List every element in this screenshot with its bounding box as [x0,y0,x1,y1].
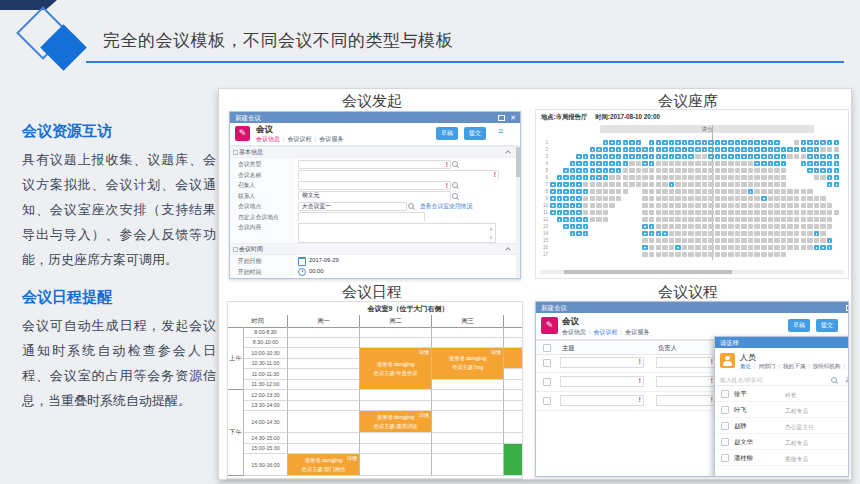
seat-empty[interactable] [754,182,760,187]
seat-empty[interactable] [794,224,800,229]
seat-occupied[interactable] [807,168,813,173]
seat-empty[interactable] [735,210,741,215]
search-icon[interactable] [408,203,414,209]
seat-empty[interactable] [748,196,754,201]
seat-empty[interactable] [642,175,648,180]
seat-empty[interactable] [682,238,688,243]
scrollbar-thumb[interactable] [564,270,731,274]
schedule-cell[interactable] [504,433,523,444]
seat-occupied[interactable] [590,175,596,180]
seat-empty[interactable] [715,175,721,180]
picker-tab-2[interactable]: 我的下属 [783,363,805,369]
seat-occupied[interactable] [820,245,826,250]
seat-occupied[interactable] [603,154,609,159]
seat-empty[interactable] [590,189,596,194]
seat-occupied[interactable] [748,140,754,145]
seat-occupied[interactable] [834,168,840,173]
seat-empty[interactable] [820,238,826,243]
seat-empty[interactable] [820,203,826,208]
seat-occupied[interactable] [682,140,688,145]
seat-empty[interactable] [656,224,662,229]
schedule-cell[interactable] [504,401,523,412]
seat-occupied[interactable] [662,147,668,152]
seat-empty[interactable] [649,196,655,201]
seat-occupied[interactable] [642,154,648,159]
seat-empty[interactable] [669,210,675,215]
seat-empty[interactable] [715,217,721,222]
seat-occupied[interactable] [721,147,727,152]
scrollbar-thumb[interactable] [516,147,520,177]
seat-empty[interactable] [774,245,780,250]
seat-occupied[interactable] [761,140,767,145]
seat-occupied[interactable] [768,154,774,159]
seat-occupied[interactable] [563,182,569,187]
seat-empty[interactable] [715,245,721,250]
seat-empty[interactable] [827,147,833,152]
seat-empty[interactable] [781,252,787,257]
seat-occupied[interactable] [735,154,741,159]
seat-occupied[interactable] [662,231,668,236]
seat-empty[interactable] [649,245,655,250]
seat-occupied[interactable] [563,168,569,173]
seat-occupied[interactable] [768,161,774,166]
seat-empty[interactable] [781,175,787,180]
seat-empty[interactable] [807,203,813,208]
seat-occupied[interactable] [563,189,569,194]
seat-occupied[interactable] [834,140,840,145]
seat-empty[interactable] [682,231,688,236]
seat-empty[interactable] [801,210,807,215]
seat-occupied[interactable] [682,154,688,159]
seat-empty[interactable] [827,203,833,208]
seat-empty[interactable] [642,189,648,194]
seat-empty[interactable] [688,168,694,173]
seat-occupied[interactable] [563,175,569,180]
schedule-cell[interactable] [288,327,360,338]
seat-empty[interactable] [814,203,820,208]
seat-occupied[interactable] [820,140,826,145]
seat-empty[interactable] [801,196,807,201]
search-input[interactable]: 输入姓名/拼音码 [720,376,762,385]
seat-empty[interactable] [748,252,754,257]
seat-empty[interactable] [761,168,767,173]
seat-empty[interactable] [781,168,787,173]
seat-empty[interactable] [675,203,681,208]
seat-occupied[interactable] [675,147,681,152]
seat-empty[interactable] [675,175,681,180]
seat-occupied[interactable] [814,140,820,145]
seat-empty[interactable] [787,203,793,208]
seat-occupied[interactable] [649,154,655,159]
seat-occupied[interactable] [576,182,582,187]
seat-occupied[interactable] [708,140,714,145]
seat-occupied[interactable] [807,161,813,166]
seat-empty[interactable] [741,189,747,194]
owner-input[interactable]: ! [656,357,716,368]
seat-empty[interactable] [688,224,694,229]
seat-empty[interactable] [708,238,714,243]
seat-occupied[interactable] [814,161,820,166]
seat-empty[interactable] [728,196,734,201]
seat-empty[interactable] [616,182,622,187]
seat-occupied[interactable] [820,154,826,159]
seat-empty[interactable] [754,252,760,257]
seat-empty[interactable] [721,238,727,243]
seat-empty[interactable] [688,231,694,236]
seat-empty[interactable] [748,182,754,187]
seat-empty[interactable] [649,252,655,257]
seat-empty[interactable] [623,182,629,187]
collapse-caret-icon[interactable] [505,247,511,253]
seat-empty[interactable] [708,189,714,194]
seat-empty[interactable] [695,154,701,159]
seat-empty[interactable] [603,182,609,187]
seat-occupied[interactable] [649,224,655,229]
seat-occupied[interactable] [642,147,648,152]
seat-occupied[interactable] [557,182,563,187]
seat-occupied[interactable] [596,154,602,159]
seat-occupied[interactable] [827,245,833,250]
seat-empty[interactable] [794,210,800,215]
seat-empty[interactable] [590,210,596,215]
seat-empty[interactable] [814,238,820,243]
seat-occupied[interactable] [609,161,615,166]
spinner-up-icon[interactable]: ∧ [489,227,493,231]
seat-occupied[interactable] [576,196,582,201]
seat-occupied[interactable] [807,140,813,145]
